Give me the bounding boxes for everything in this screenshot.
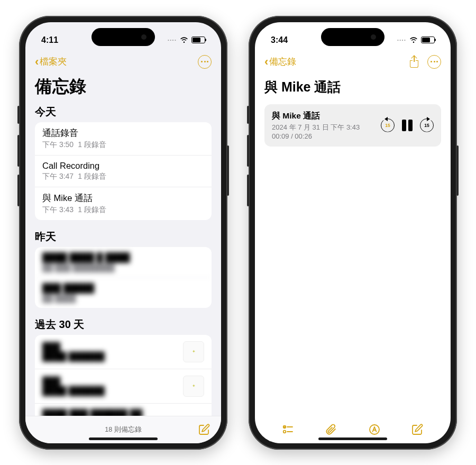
back-button[interactable]: ‹ 檔案夾 xyxy=(35,56,67,68)
battery-icon xyxy=(421,37,435,43)
note-title: 通話錄音 xyxy=(42,127,204,139)
wifi-icon xyxy=(180,37,188,43)
pause-button[interactable] xyxy=(402,120,413,131)
screen-note-detail: 3:44 ···· ‹ 備忘錄 xyxy=(255,22,451,443)
note-thumbnail: ✦ xyxy=(183,376,204,397)
markup-button[interactable] xyxy=(368,423,381,436)
yesterday-card: ████ ████ █ ██████ ███ ████████ ███ ████… xyxy=(35,247,212,308)
share-button[interactable] xyxy=(409,56,419,68)
home-indicator[interactable] xyxy=(318,437,387,440)
compose-button[interactable] xyxy=(411,423,424,436)
note-count: 18 則備忘錄 xyxy=(105,425,141,434)
note-title: 與 Mike 通話 xyxy=(42,193,204,204)
skip-forward-button[interactable]: 15 xyxy=(420,118,434,132)
signal-dots-icon: ···· xyxy=(168,37,177,44)
compose-button[interactable] xyxy=(198,423,210,436)
back-button[interactable]: ‹ 備忘錄 xyxy=(264,56,296,68)
list-item[interactable]: ████ ███ ██████ ██ xyxy=(35,404,212,416)
checklist-button[interactable] xyxy=(282,423,295,436)
more-options-button[interactable] xyxy=(427,55,441,69)
audio-progress: 00:09 / 00:26 xyxy=(272,132,374,140)
paperclip-icon xyxy=(325,423,337,436)
note-thumbnail: ✦ xyxy=(183,341,204,362)
audio-recording-card: 與 Mike 通話 2024 年 7 月 31 日 下午 3:43 00:09 … xyxy=(264,104,441,147)
today-card: 通話錄音 下午 3:501 段錄音 Call Recording 下午 3:47… xyxy=(35,122,212,220)
signal-dots-icon: ···· xyxy=(397,37,406,44)
checklist-icon xyxy=(282,423,295,436)
audio-date: 2024 年 7 月 31 日 下午 3:43 xyxy=(272,123,374,132)
chevron-left-icon: ‹ xyxy=(264,56,268,68)
markup-icon xyxy=(368,423,381,436)
nav-bar: ‹ 檔案夾 xyxy=(25,51,221,73)
more-options-button[interactable] xyxy=(198,55,212,69)
note-title: 與 Mike 通話 xyxy=(264,78,441,96)
list-item[interactable]: ███ ███████ ████ xyxy=(35,278,212,308)
phone-right: 3:44 ···· ‹ 備忘錄 xyxy=(249,16,457,450)
list-item[interactable]: 與 Mike 通話 下午 3:431 段錄音 xyxy=(35,187,212,220)
past30-card: ███████ ██████ ✦ ███████ ██████ ✦ ████ █… xyxy=(35,335,212,416)
status-time: 4:11 xyxy=(41,35,58,45)
home-indicator[interactable] xyxy=(89,437,158,440)
wifi-icon xyxy=(409,37,418,43)
list-item[interactable]: Call Recording 下午 3:471 段錄音 xyxy=(35,156,212,187)
battery-icon xyxy=(191,37,205,43)
audio-title: 與 Mike 通話 xyxy=(272,111,374,122)
list-item[interactable]: ███████ ██████ ✦ xyxy=(35,335,212,369)
screen-notes-list: 4:11 ···· ‹ 檔案夾 備忘錄 今天 通話錄音 xyxy=(25,22,221,443)
ellipsis-icon xyxy=(201,61,208,62)
attachment-button[interactable] xyxy=(325,423,337,436)
page-title: 備忘錄 xyxy=(35,75,212,98)
pause-icon xyxy=(402,120,406,131)
status-time: 3:44 xyxy=(271,35,288,45)
list-item[interactable]: ███████ ██████ ✦ xyxy=(35,369,212,404)
back-label: 備忘錄 xyxy=(269,56,296,68)
section-header-yesterday: 昨天 xyxy=(35,230,212,244)
dynamic-island xyxy=(91,28,155,46)
nav-bar: ‹ 備忘錄 xyxy=(255,51,451,73)
compose-icon xyxy=(411,423,424,436)
svg-point-2 xyxy=(370,425,379,434)
note-title: Call Recording xyxy=(42,161,204,171)
chevron-left-icon: ‹ xyxy=(35,56,39,68)
ellipsis-icon xyxy=(431,61,437,62)
list-item[interactable]: 通話錄音 下午 3:501 段錄音 xyxy=(35,122,212,156)
svg-point-1 xyxy=(283,430,286,433)
list-item[interactable]: ████ ████ █ ██████ ███ ████████ xyxy=(35,247,212,278)
phone-left: 4:11 ···· ‹ 檔案夾 備忘錄 今天 通話錄音 xyxy=(19,16,227,450)
compose-icon xyxy=(198,423,210,436)
skip-back-button[interactable]: 15 xyxy=(381,118,395,132)
section-header-today: 今天 xyxy=(35,105,212,119)
back-label: 檔案夾 xyxy=(40,56,67,68)
dynamic-island xyxy=(321,28,385,46)
section-header-past30: 過去 30 天 xyxy=(35,317,212,332)
